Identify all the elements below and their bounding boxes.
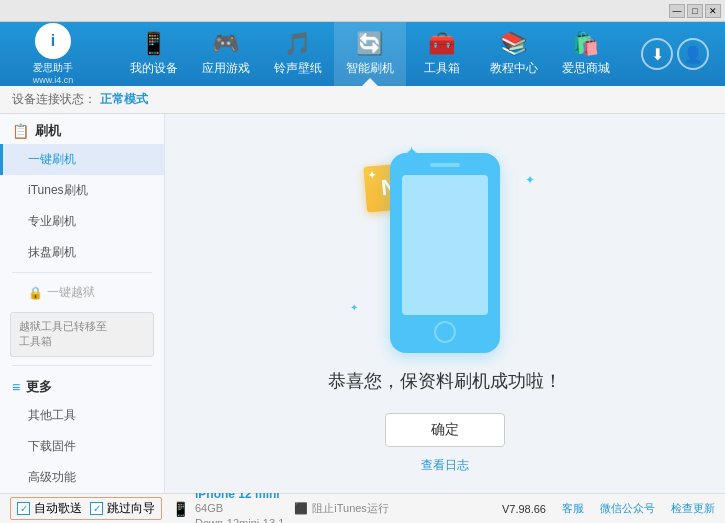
user-button[interactable]: 👤 <box>677 38 709 70</box>
nav-my-device[interactable]: 📱 我的设备 <box>118 22 190 86</box>
store-icon: 🛍️ <box>572 31 599 57</box>
phone-speaker <box>430 163 460 167</box>
wechat-public-link[interactable]: 微信公众号 <box>600 501 655 516</box>
checkbox-group: ✓ 自动歌送 ✓ 跳过向导 <box>10 497 162 520</box>
smart-flash-label: 智能刷机 <box>346 60 394 77</box>
itunes-icon: ⬛ <box>294 502 308 515</box>
nav-smart-flash[interactable]: 🔄 智能刷机 <box>334 22 406 86</box>
customer-service-link[interactable]: 客服 <box>562 501 584 516</box>
auto-connect-label: 自动歌送 <box>34 500 82 517</box>
top-nav: i 爱思助手 www.i4.cn 📱 我的设备 🎮 应用游戏 🎵 铃声壁纸 🔄 … <box>0 22 725 86</box>
sidebar-more-header: ≡ 更多 <box>0 370 164 400</box>
check-update-link[interactable]: 检查更新 <box>671 501 715 516</box>
jailbreak-locked-note: 越狱工具已转移至工具箱 <box>10 312 154 357</box>
phone-illustration <box>390 153 500 353</box>
sidebar-download-firmware[interactable]: 下载固件 <box>0 431 164 462</box>
skip-wizard-check-icon: ✓ <box>90 502 103 515</box>
maximize-button[interactable]: □ <box>687 4 703 18</box>
success-title: 恭喜您，保资料刷机成功啦！ <box>328 369 562 393</box>
device-phone-icon: 📱 <box>172 501 189 517</box>
sparkle-3: ✦ <box>350 302 358 313</box>
sidebar-jailbreak-header: 🔒 一键越狱 <box>0 277 164 308</box>
my-device-icon: 📱 <box>140 31 167 57</box>
flash-section-icon: 📋 <box>12 123 29 139</box>
main-content: ✦ ✦ ✦ NEW 恭喜您，保资料刷机成功啦！ 确定 查看日志 <box>165 114 725 493</box>
download-button[interactable]: ⬇ <box>641 38 673 70</box>
toolbox-icon: 🧰 <box>428 31 455 57</box>
status-value: 正常模式 <box>100 91 148 108</box>
sidebar-one-click-flash[interactable]: 一键刷机 <box>0 144 164 175</box>
sidebar-wipe-flash[interactable]: 抹盘刷机 <box>0 237 164 268</box>
auto-connect-check-icon: ✓ <box>17 502 30 515</box>
sidebar: 📋 刷机 一键刷机 iTunes刷机 专业刷机 抹盘刷机 🔒 一键越狱 越狱工具… <box>0 114 165 493</box>
more-section-icon: ≡ <box>12 379 20 395</box>
device-details: 64GB Down-12mini-13,1 <box>195 501 284 523</box>
apps-games-icon: 🎮 <box>212 31 239 57</box>
bottom-bar: ✓ 自动歌送 ✓ 跳过向导 📱 iPhone 12 mini 64GB Down… <box>0 493 725 523</box>
sidebar-itunes-flash[interactable]: iTunes刷机 <box>0 175 164 206</box>
skip-wizard-checkbox[interactable]: ✓ 跳过向导 <box>90 500 155 517</box>
lock-icon: 🔒 <box>28 286 43 300</box>
toolbox-label: 工具箱 <box>424 60 460 77</box>
store-label: 爱思商城 <box>562 60 610 77</box>
auto-connect-checkbox[interactable]: ✓ 自动歌送 <box>17 500 82 517</box>
success-illustration: ✦ ✦ ✦ NEW <box>345 133 545 353</box>
close-button[interactable]: ✕ <box>705 4 721 18</box>
sidebar-divider-1 <box>12 272 152 273</box>
logo-name: 爱思助手 www.i4.cn <box>33 61 74 85</box>
nav-items: 📱 我的设备 🎮 应用游戏 🎵 铃声壁纸 🔄 智能刷机 🧰 工具箱 📚 教程中心… <box>98 22 641 86</box>
ringtone-label: 铃声壁纸 <box>274 60 322 77</box>
sidebar-divider-2 <box>12 365 152 366</box>
sidebar-other-tools[interactable]: 其他工具 <box>0 400 164 431</box>
itunes-running[interactable]: ⬛ 阻止iTunes运行 <box>294 501 389 516</box>
sidebar-flash-header: 📋 刷机 <box>0 114 164 144</box>
phone-screen <box>402 175 488 315</box>
flash-section-label: 刷机 <box>35 122 61 140</box>
tutorial-label: 教程中心 <box>490 60 538 77</box>
apps-games-label: 应用游戏 <box>202 60 250 77</box>
logo-icon: i <box>35 23 71 59</box>
logo-area: i 爱思助手 www.i4.cn <box>8 23 98 85</box>
nav-store[interactable]: 🛍️ 爱思商城 <box>550 22 622 86</box>
bottom-right: V7.98.66 客服 微信公众号 检查更新 <box>502 501 715 516</box>
ringtone-icon: 🎵 <box>284 31 311 57</box>
nav-tutorial[interactable]: 📚 教程中心 <box>478 22 550 86</box>
version-label: V7.98.66 <box>502 503 546 515</box>
main-area: 📋 刷机 一键刷机 iTunes刷机 专业刷机 抹盘刷机 🔒 一键越狱 越狱工具… <box>0 114 725 493</box>
minimize-button[interactable]: — <box>669 4 685 18</box>
sidebar-pro-flash[interactable]: 专业刷机 <box>0 206 164 237</box>
smart-flash-icon: 🔄 <box>356 31 383 57</box>
skip-wizard-label: 跳过向导 <box>107 500 155 517</box>
tutorial-icon: 📚 <box>500 31 527 57</box>
my-device-label: 我的设备 <box>130 60 178 77</box>
sparkle-2: ✦ <box>525 173 535 187</box>
title-bar-controls: — □ ✕ <box>669 4 721 18</box>
phone-home <box>434 321 456 343</box>
more-section-label: 更多 <box>26 378 52 396</box>
nav-apps-games[interactable]: 🎮 应用游戏 <box>190 22 262 86</box>
view-log-link[interactable]: 查看日志 <box>421 457 469 474</box>
confirm-button[interactable]: 确定 <box>385 413 505 447</box>
title-bar: — □ ✕ <box>0 0 725 22</box>
nav-ringtone[interactable]: 🎵 铃声壁纸 <box>262 22 334 86</box>
nav-right-buttons: ⬇ 👤 <box>641 38 717 70</box>
status-bar: 设备连接状态： 正常模式 <box>0 86 725 114</box>
nav-toolbox[interactable]: 🧰 工具箱 <box>406 22 478 86</box>
status-label: 设备连接状态： <box>12 91 96 108</box>
